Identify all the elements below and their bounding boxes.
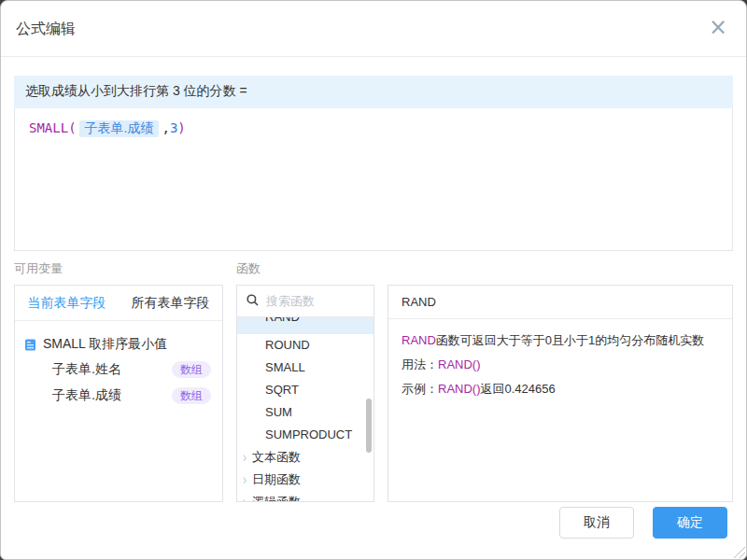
formula-field-chip: 子表单.成绩 (79, 120, 160, 137)
chevron-right-icon: › (243, 487, 247, 502)
tree-root-label: SMALL 取排序最小值 (43, 336, 167, 353)
tab-all-form-fields[interactable]: 所有表单字段 (119, 286, 222, 320)
variables-panel: 当前表单字段 所有表单字段 SMALL 取排序最小值 子表单.姓名 数组 (14, 285, 223, 502)
form-icon (24, 339, 36, 351)
tree-item-subform-name[interactable]: 子表单.姓名 数组 (22, 357, 211, 383)
tree-root-item[interactable]: SMALL 取排序最小值 (22, 332, 211, 357)
dialog-content: 选取成绩从小到大排行第 3 位的分数 = SMALL(子表单.成绩,3) 可用变… (1, 76, 746, 502)
function-item[interactable]: ROUND (237, 334, 374, 357)
scrollbar-thumb[interactable] (366, 399, 372, 453)
function-item[interactable]: SMALL (237, 357, 374, 379)
panels-row: 当前表单字段 所有表单字段 SMALL 取排序最小值 子表单.姓名 数组 (14, 285, 733, 502)
function-search-row (237, 286, 374, 317)
formula-open-paren: ( (68, 120, 76, 135)
cancel-button[interactable]: 取消 (559, 507, 634, 539)
function-group-text[interactable]: › 文本函数 (237, 446, 374, 469)
function-detail-title: RAND (388, 286, 732, 319)
function-example: 示例：RAND()返回0.424656 (402, 377, 719, 401)
functions-panel: RAND ROUND SMALL SQRT SUM SUMPRODUCT › 文… (236, 285, 374, 502)
dialog-footer: 取消 确定 (559, 507, 727, 539)
function-item[interactable]: SQRT (237, 379, 374, 401)
confirm-button[interactable]: 确定 (653, 507, 727, 539)
close-icon[interactable]: × (709, 1, 727, 57)
function-item-selected[interactable]: RAND (237, 317, 374, 334)
function-detail-panel: RAND RAND函数可返回大于等于0且小于1的均匀分布随机实数 用法：RAND… (388, 285, 733, 502)
function-group-date[interactable]: › 日期函数 (237, 469, 374, 491)
function-description: RAND函数可返回大于等于0且小于1的均匀分布随机实数 (402, 329, 719, 353)
variables-label: 可用变量 (14, 260, 236, 277)
function-usage: 用法：RAND() (402, 353, 719, 377)
resize-grip[interactable] (732, 545, 745, 558)
dialog-header: 公式编辑 × (1, 1, 746, 57)
search-icon (247, 293, 259, 310)
function-group-logic[interactable]: › 逻辑函数 (237, 491, 374, 502)
formula-description: 选取成绩从小到大排行第 3 位的分数 = (14, 76, 733, 108)
function-item[interactable]: SUMPRODUCT (237, 424, 374, 446)
tab-current-form-fields[interactable]: 当前表单字段 (15, 286, 119, 320)
formula-edit-dialog: 公式编辑 × 选取成绩从小到大排行第 3 位的分数 = SMALL(子表单.成绩… (0, 0, 747, 560)
array-badge: 数组 (172, 361, 211, 378)
variables-tabs: 当前表单字段 所有表单字段 (15, 286, 222, 321)
dialog-title: 公式编辑 (16, 21, 76, 36)
formula-function-token: SMALL (29, 120, 68, 135)
formula-comma: , (162, 120, 169, 135)
tree-item-subform-score[interactable]: 子表单.成绩 数组 (22, 383, 211, 409)
array-badge: 数组 (172, 387, 211, 404)
tree-item-label: 子表单.成绩 (52, 387, 121, 404)
functions-label: 函数 (236, 260, 374, 277)
formula-editor-input[interactable]: SMALL(子表单.成绩,3) (14, 108, 733, 251)
function-list: RAND ROUND SMALL SQRT SUM SUMPRODUCT › 文… (237, 317, 374, 502)
tree-item-label: 子表单.姓名 (52, 361, 121, 378)
function-search-input[interactable] (266, 294, 364, 308)
function-item[interactable]: SUM (237, 401, 374, 424)
panel-labels-row: 可用变量 函数 (14, 260, 733, 277)
function-detail-body: RAND函数可返回大于等于0且小于1的均匀分布随机实数 用法：RAND() 示例… (388, 319, 732, 411)
formula-close-paren: ) (177, 120, 185, 135)
variables-tree: SMALL 取排序最小值 子表单.姓名 数组 子表单.成绩 数组 (15, 321, 222, 409)
